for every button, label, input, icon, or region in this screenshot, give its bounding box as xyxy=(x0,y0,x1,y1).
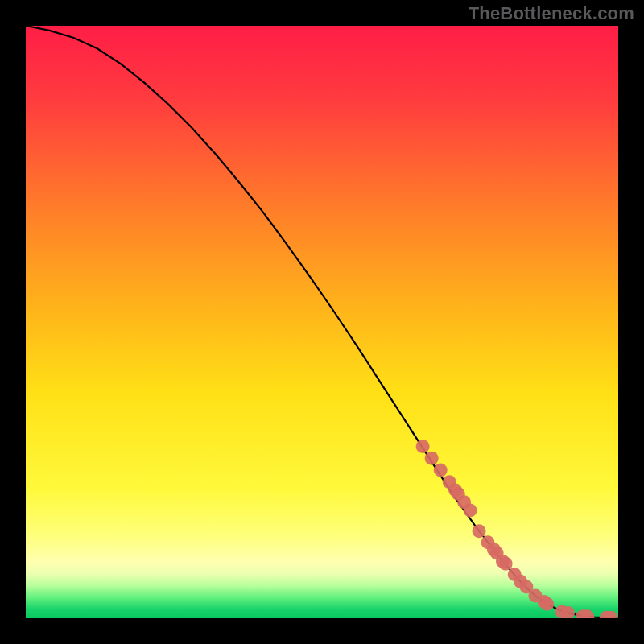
data-marker xyxy=(540,597,554,611)
plot-area xyxy=(26,26,618,618)
data-marker xyxy=(434,464,448,477)
chart-svg xyxy=(26,26,618,618)
gradient-background xyxy=(26,26,618,618)
chart-frame: TheBottleneck.com xyxy=(0,0,644,644)
data-marker xyxy=(425,452,439,465)
data-marker xyxy=(499,557,513,571)
data-marker xyxy=(473,524,486,538)
attribution-label: TheBottleneck.com xyxy=(469,3,634,24)
data-marker xyxy=(464,504,477,518)
data-marker xyxy=(416,440,430,453)
